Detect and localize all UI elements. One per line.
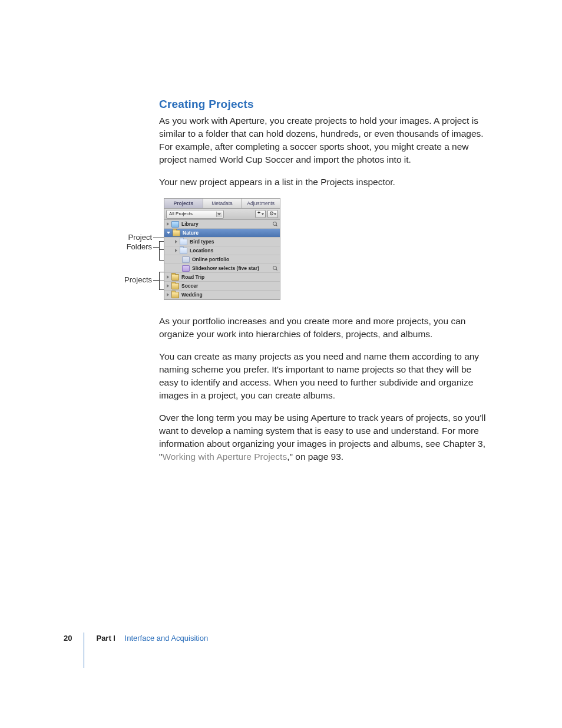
body-paragraph: You can create as many projects as you n… [159,350,489,402]
tree-row-nature[interactable]: Nature [164,229,280,238]
inspector-figure: Project Folders Projects [159,198,489,302]
disclosure-right-icon[interactable] [175,249,177,252]
body-paragraph: Your new project appears in a list in th… [159,176,489,189]
body-paragraph: As your portfolio increases and you crea… [159,315,489,341]
section-heading: Creating Projects [159,98,489,111]
tree-label: Nature [183,230,199,236]
album-icon [182,256,190,263]
callout-projects: Projects [119,276,152,284]
add-button[interactable] [255,210,266,218]
projects-filter-dropdown[interactable]: All Projects [166,210,224,219]
tab-adjustments[interactable]: Adjustments [242,199,280,208]
body-paragraph: Over the long term you may be using Aper… [159,411,489,463]
project-icon [171,292,179,298]
footer-divider [84,633,84,668]
body-paragraph: As you work with Aperture, you create pr… [159,114,489,166]
callout-label: Projects [124,275,152,284]
tree-label: Bird types [190,239,214,245]
footer-part-label: Part I [96,634,115,643]
callout-folders: Folders [123,243,152,251]
disclosure-down-icon[interactable] [167,232,170,234]
folder-icon [180,239,187,245]
tree-row-slideshow[interactable]: Slideshow selects (five star) [164,264,280,273]
callout-label: Project [128,233,152,242]
search-icon[interactable] [273,266,277,271]
callout-label: Folders [127,242,152,251]
tree-row-roadtrip[interactable]: Road Trip [164,273,280,282]
disclosure-right-icon[interactable] [167,284,169,288]
page-number: 20 [64,634,72,643]
disclosure-right-icon[interactable] [167,275,169,279]
tree-label: Online portfolio [192,256,229,262]
search-icon[interactable] [273,222,277,226]
tree-row-soccer[interactable]: Soccer [164,282,280,291]
projects-tree: Library Nature Bird types [164,220,280,299]
tree-row-library[interactable]: Library [164,220,280,229]
project-icon [171,283,179,289]
tree-row-online-portfolio[interactable]: Online portfolio [164,255,280,264]
body-text: ," on page 93. [287,452,343,462]
disclosure-right-icon[interactable] [167,293,169,297]
page-footer: 20 Part I Interface and Acquisition [64,634,476,668]
tree-label: Locations [190,248,213,253]
tree-label: Library [181,221,199,227]
tab-metadata[interactable]: Metadata [203,199,242,208]
inspector-toolbar: All Projects [164,209,280,220]
action-menu-button[interactable] [267,210,278,218]
project-icon [171,274,179,281]
tree-label: Wedding [181,292,203,298]
disclosure-right-icon[interactable] [167,222,169,226]
footer-part-title: Interface and Acquisition [125,634,209,643]
folder-icon [180,248,187,254]
cross-reference-link[interactable]: Working with Aperture Projects [163,452,287,462]
tree-label: Soccer [181,283,198,289]
disclosure-right-icon[interactable] [175,240,177,243]
tab-projects[interactable]: Projects [164,199,203,208]
callout-project: Project [123,233,152,242]
tree-label: Slideshow selects (five star) [192,265,259,271]
tree-label: Road Trip [181,274,204,280]
inspector-tabs: Projects Metadata Adjustments [164,199,280,209]
tree-row-locations[interactable]: Locations [164,246,280,255]
tree-row-birdtypes[interactable]: Bird types [164,238,280,246]
project-icon [173,230,180,236]
library-icon [171,221,179,228]
tree-row-wedding[interactable]: Wedding [164,291,280,299]
smart-album-icon [182,265,190,272]
projects-inspector: Projects Metadata Adjustments All Projec… [164,198,280,300]
